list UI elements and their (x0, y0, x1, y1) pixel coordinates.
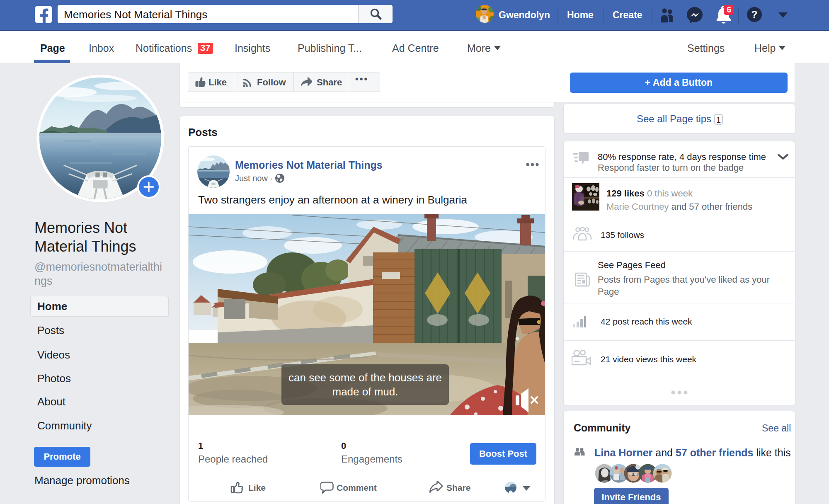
svg-text:6: 6 (727, 5, 731, 14)
svg-text:?: ? (751, 9, 758, 20)
